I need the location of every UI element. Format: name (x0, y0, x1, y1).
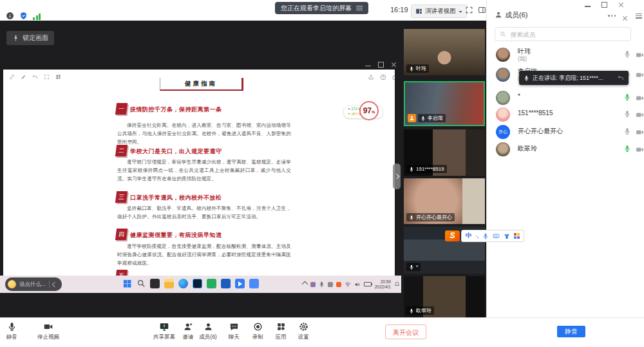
maximize-button[interactable] (601, 2, 607, 8)
danmaku-input[interactable]: 说点什么... (5, 277, 62, 291)
mic-icon[interactable] (623, 50, 631, 58)
section-heading: 健康监测很重要，有病没病早知道 (130, 231, 222, 239)
apps-grid-icon[interactable] (55, 74, 61, 80)
meeting-info-icon[interactable] (5, 11, 14, 20)
watching-banner[interactable]: 您正在观看李启瑄的屏幕 (275, 2, 368, 14)
mic-icon (7, 322, 17, 332)
pin-view-button[interactable]: 锁定画面 (6, 31, 54, 45)
mute-button[interactable]: 静音 (6, 322, 17, 341)
reply-arrow-icon[interactable] (618, 75, 624, 81)
camera-icon[interactable] (636, 128, 644, 136)
collapse-icon[interactable] (52, 281, 57, 286)
avatar (496, 108, 510, 122)
notification-bell-icon[interactable] (394, 281, 400, 287)
record-button[interactable]: 录制 (246, 322, 269, 341)
tray-expand-icon[interactable] (301, 281, 308, 288)
banner-menu-icon[interactable] (356, 5, 363, 12)
word-icon[interactable] (221, 279, 231, 288)
settings-button[interactable]: 设置 (292, 322, 315, 341)
blue-chat-app-icon[interactable] (249, 279, 259, 288)
layout-sidebar-icon[interactable] (478, 6, 486, 14)
chat-button[interactable]: 聊天 (222, 322, 245, 341)
edit-icon[interactable] (21, 74, 26, 80)
stop-video-button[interactable]: 停止视频 (37, 322, 59, 341)
video-tile[interactable]: 开心开心最开心 (404, 178, 485, 224)
file-explorer-icon[interactable] (164, 279, 174, 288)
video-tile[interactable]: 欧翠玲 (404, 276, 485, 317)
sogou-logo-icon[interactable]: S (445, 230, 460, 241)
more-options-icon[interactable] (608, 15, 616, 17)
member-row[interactable]: * (487, 89, 644, 106)
photoshop-icon[interactable] (193, 279, 202, 288)
shield-icon[interactable] (19, 11, 28, 20)
ime-mode-toggle[interactable]: 中 (466, 232, 472, 240)
signal-bars-icon[interactable] (32, 11, 41, 20)
panel-collapse-handle[interactable] (393, 164, 401, 189)
edge-icon[interactable] (178, 279, 188, 288)
camera-icon[interactable] (636, 51, 644, 59)
video-tile[interactable]: 151****8515 (404, 129, 485, 176)
camera-icon[interactable] (636, 111, 644, 119)
mic-icon (409, 265, 414, 270)
panel-menu-icon[interactable] (636, 12, 642, 19)
voice-input-icon[interactable] (482, 233, 489, 239)
tray-app-icon[interactable] (310, 282, 316, 287)
wifi-icon[interactable] (345, 281, 351, 288)
leave-meeting-button[interactable]: 离开会议 (385, 324, 426, 339)
popout-icon[interactable] (392, 74, 395, 80)
search-icon[interactable] (137, 279, 146, 288)
skin-icon[interactable] (504, 233, 510, 239)
media-player-icon[interactable] (235, 279, 245, 288)
taskbar-clock[interactable]: 20:592022/4/1 (375, 279, 391, 290)
minimize-button[interactable] (585, 6, 591, 7)
camera-icon[interactable] (636, 71, 644, 79)
windows-start-icon[interactable] (122, 279, 132, 288)
close-panel-icon[interactable] (622, 15, 628, 21)
member-row[interactable]: 叶玮 (我) (487, 46, 644, 68)
participant-name: 李启瑄 (428, 115, 443, 122)
share-screen-button[interactable]: 共享屏幕 (151, 322, 178, 341)
dark-app-icon[interactable] (150, 279, 160, 288)
attach-icon[interactable] (9, 74, 15, 80)
tray-mic-icon[interactable] (319, 281, 325, 287)
ime-toolbox-icon[interactable] (514, 233, 520, 239)
share-icon[interactable] (368, 74, 374, 80)
members-button[interactable]: 成员(6) (194, 322, 222, 341)
doc-minimize-icon[interactable] (365, 66, 371, 67)
member-row[interactable]: 欧翠玲 (487, 141, 644, 158)
undo-icon[interactable] (32, 74, 38, 80)
member-row[interactable]: 151****8515 (487, 106, 644, 123)
camera-icon[interactable] (636, 145, 644, 154)
member-name: 151****8515 (518, 109, 553, 117)
apps-button[interactable]: 应用 (269, 322, 292, 341)
tray-orange-icon[interactable] (336, 282, 341, 287)
fullscreen-icon[interactable] (465, 6, 473, 14)
camera-icon[interactable] (636, 94, 644, 102)
speaking-toast-text: 正在讲话: 李启瑄; 151****... (533, 74, 614, 82)
mic-icon[interactable] (623, 127, 631, 135)
green-app-icon[interactable] (207, 279, 216, 288)
battery-icon[interactable] (364, 282, 372, 286)
section-body: 遵守学校防疫规定，自觉接受健康监测，配合核酸检测、测量体温。主动及时报告身心健康… (117, 242, 291, 267)
help-icon[interactable] (380, 74, 386, 80)
doc-close-icon[interactable] (391, 62, 397, 68)
ime-punct-toggle[interactable]: ·, (476, 233, 479, 239)
search-input[interactable] (509, 30, 621, 39)
participant-name: 欧翠玲 (416, 307, 431, 314)
view-mode-button[interactable]: 演讲者视图 (411, 5, 467, 18)
member-row[interactable]: 开心 开心开心最开心 (487, 124, 644, 140)
expand-icon[interactable] (44, 74, 50, 80)
panel-mute-button[interactable]: 静音 (557, 326, 585, 337)
doc-restore-icon[interactable] (378, 62, 384, 68)
video-tile-active-speaker[interactable]: 李启瑄 (404, 81, 485, 126)
tray-ime-icon[interactable] (328, 282, 333, 287)
mic-icon[interactable] (623, 145, 631, 153)
video-tile[interactable]: 叶玮 (404, 29, 485, 75)
emoji-icon[interactable] (8, 280, 16, 288)
member-search-box[interactable] (495, 27, 631, 41)
speaker-icon[interactable] (354, 281, 361, 288)
mic-icon[interactable] (623, 110, 631, 118)
close-window-button[interactable] (618, 2, 624, 8)
mic-icon[interactable] (623, 93, 631, 101)
keyboard-icon[interactable] (493, 232, 500, 239)
